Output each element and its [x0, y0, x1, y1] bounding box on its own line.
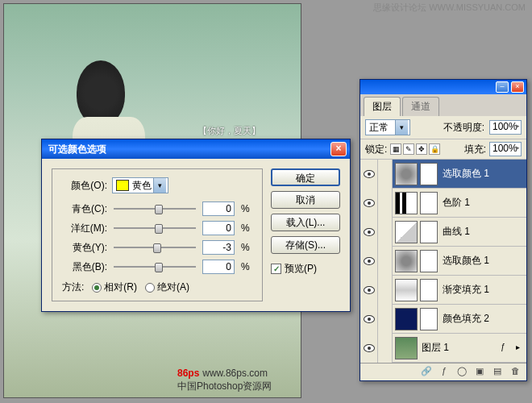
layer-row[interactable]: 图层 1 ƒ▸ — [360, 334, 526, 363]
layer-thumb-icon — [395, 279, 418, 301]
tab-layers[interactable]: 图层 — [364, 97, 401, 116]
link-cell[interactable] — [378, 218, 393, 247]
new-group-icon[interactable]: ▣ — [473, 366, 486, 379]
link-cell[interactable] — [378, 247, 393, 276]
visibility-toggle[interactable] — [360, 305, 378, 334]
logo-subtitle: 中国Photoshop资源网 — [177, 380, 272, 393]
dialog-title: 可选颜色选项 — [45, 143, 330, 156]
slider-1[interactable] — [114, 221, 196, 235]
logo-text: 86ps www.86ps.com — [177, 366, 268, 379]
link-cell[interactable] — [378, 334, 393, 363]
opacity-label: 不透明度: — [443, 121, 484, 135]
slider-0[interactable] — [114, 202, 196, 216]
visibility-toggle[interactable] — [360, 189, 378, 218]
new-layer-icon[interactable]: ▤ — [491, 366, 504, 379]
layer-thumb-icon — [395, 221, 418, 243]
layer-mask-thumb — [420, 250, 438, 272]
radio-off-icon — [145, 283, 155, 293]
layer-row[interactable]: 选取颜色 1 — [360, 247, 526, 276]
layer-name: 曲线 1 — [441, 225, 526, 239]
slider-label-3: 黑色(B): — [62, 260, 107, 274]
slider-label-2: 黄色(Y): — [62, 241, 107, 255]
tab-channels[interactable]: 通道 — [402, 97, 439, 116]
color-swatch-icon — [116, 180, 129, 191]
fill-label: 填充: — [464, 143, 486, 156]
visibility-toggle[interactable] — [360, 218, 378, 247]
panel-titlebar[interactable]: – × — [360, 80, 526, 94]
eye-icon — [364, 257, 375, 265]
slider-input-3[interactable] — [202, 260, 235, 274]
color-dropdown[interactable]: 黄色 — [112, 177, 168, 193]
layer-row[interactable]: 渐变填充 1 — [360, 276, 526, 305]
preview-checkbox[interactable]: ✓ — [271, 264, 281, 274]
layer-name: 颜色填充 2 — [441, 312, 526, 326]
visibility-toggle[interactable] — [360, 276, 378, 305]
eye-icon — [364, 199, 375, 207]
slider-label-0: 青色(C): — [62, 202, 107, 216]
opacity-input[interactable]: 100% — [489, 120, 522, 135]
layer-thumb-icon — [395, 163, 418, 185]
link-cell[interactable] — [378, 160, 393, 189]
method-relative-radio[interactable]: 相对(R) — [92, 280, 137, 294]
layer-name: 渐变填充 1 — [441, 283, 526, 297]
panel-close-icon[interactable]: × — [511, 81, 524, 93]
ok-button[interactable]: 确定 — [271, 168, 340, 186]
link-cell[interactable] — [378, 276, 393, 305]
link-cell[interactable] — [378, 189, 393, 218]
layer-mask-thumb — [420, 221, 438, 243]
slider-input-0[interactable] — [202, 202, 235, 216]
layer-row[interactable]: 曲线 1 — [360, 218, 526, 247]
method-absolute-radio[interactable]: 绝对(A) — [145, 280, 189, 294]
visibility-toggle[interactable] — [360, 160, 378, 189]
lock-paint-icon[interactable]: ✎ — [403, 143, 414, 155]
visibility-toggle[interactable] — [360, 247, 378, 276]
layer-mask-thumb — [420, 279, 438, 301]
lock-transparent-icon[interactable]: ▦ — [390, 143, 401, 155]
delete-layer-icon[interactable]: 🗑 — [509, 366, 522, 379]
close-icon[interactable]: × — [330, 142, 347, 156]
slider-label-1: 洋红(M): — [62, 222, 107, 235]
dialog-titlebar[interactable]: 可选颜色选项 × — [42, 139, 350, 159]
lock-move-icon[interactable]: ✥ — [416, 143, 427, 155]
layer-mask-thumb — [420, 308, 438, 330]
preview-label: 预览(P) — [285, 262, 317, 276]
slider-2[interactable] — [114, 240, 196, 255]
layer-row[interactable]: 色阶 1 — [360, 189, 526, 218]
eye-icon — [364, 344, 375, 352]
panel-footer: 🔗 ƒ ◯ ▣ ▤ 🗑 — [360, 363, 526, 380]
save-button[interactable]: 存储(S)... — [271, 236, 340, 254]
visibility-toggle[interactable] — [360, 334, 378, 363]
layers-panel: – × 图层 通道 正常 不透明度: 100% 锁定: ▦ ✎ ✥ 🔒 填充: … — [360, 79, 527, 381]
eye-icon — [364, 228, 375, 236]
cancel-button[interactable]: 取消 — [271, 191, 340, 209]
color-dropdown-value: 黄色 — [132, 179, 152, 193]
slider-3[interactable] — [114, 260, 196, 274]
eye-icon — [364, 170, 375, 178]
layer-style-icon[interactable]: ƒ — [438, 366, 451, 379]
layer-menu-icon[interactable]: ▸ — [512, 343, 523, 354]
link-cell[interactable] — [378, 305, 393, 334]
photo-overlay-text: 【你好，夏天】 — [198, 125, 260, 137]
minimize-icon[interactable]: – — [496, 81, 509, 93]
slider-input-2[interactable] — [202, 240, 235, 255]
color-fieldset: 颜色(O): 黄色 青色(C): %洋红(M): %黄色(Y): %黑色(B):… — [52, 168, 263, 301]
fill-input[interactable]: 100% — [489, 142, 522, 156]
eye-icon — [364, 286, 375, 294]
layer-name: 图层 1 — [420, 341, 497, 355]
eye-icon — [364, 315, 375, 323]
selective-color-dialog: 可选颜色选项 × 颜色(O): 黄色 青色(C): %洋红(M): %黄色(Y)… — [41, 139, 351, 312]
load-button[interactable]: 载入(L)... — [271, 214, 340, 231]
layer-thumb-icon — [395, 192, 418, 214]
method-label: 方法: — [62, 280, 84, 294]
layer-fx-icon[interactable]: ƒ — [497, 343, 509, 354]
layer-row[interactable]: 选取颜色 1 — [360, 160, 526, 189]
link-layers-icon[interactable]: 🔗 — [420, 366, 433, 379]
lock-all-icon[interactable]: 🔒 — [429, 143, 440, 155]
layer-mask-thumb — [420, 163, 438, 185]
slider-input-1[interactable] — [202, 221, 235, 235]
watermark-text: 思缘设计论坛 WWW.MISSYUAN.COM — [373, 2, 526, 14]
layer-mask-icon[interactable]: ◯ — [455, 366, 468, 379]
layer-row[interactable]: 颜色填充 2 — [360, 305, 526, 334]
blend-mode-dropdown[interactable]: 正常 — [365, 119, 410, 135]
layer-mask-thumb — [420, 192, 438, 214]
